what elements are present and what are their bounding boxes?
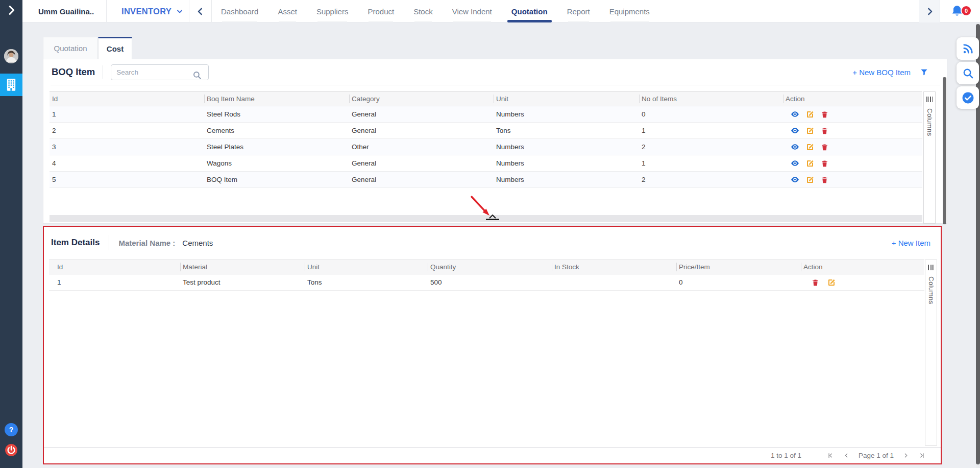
view-icon[interactable] — [791, 175, 799, 184]
tab-quotation[interactable]: Quotation — [43, 37, 98, 59]
cell-count: 1 — [639, 155, 783, 171]
cell-count: 2 — [639, 139, 783, 155]
module-selector[interactable]: INVENTORY — [121, 0, 183, 22]
cell-id: 1 — [50, 106, 204, 122]
new-item-button[interactable]: + New Item — [892, 239, 930, 247]
nav-item-quotation[interactable]: Quotation — [511, 0, 548, 22]
delete-icon[interactable] — [812, 278, 819, 287]
chevron-up-icon — [488, 214, 497, 219]
last-page-icon[interactable] — [918, 452, 925, 459]
col-action[interactable]: Action — [801, 260, 924, 274]
edit-icon[interactable] — [827, 278, 836, 287]
avatar[interactable] — [4, 49, 18, 63]
nav-item-report[interactable]: Report — [567, 0, 590, 22]
col-name[interactable]: Boq Item Name — [204, 92, 349, 106]
delete-icon[interactable] — [821, 159, 828, 168]
col-in-stock[interactable]: In Stock — [552, 260, 676, 274]
col-count[interactable]: No of Items — [639, 92, 783, 106]
col-material[interactable]: Material — [180, 260, 305, 274]
main-nav: Dashboard Asset Suppliers Product Stock … — [221, 0, 650, 22]
columns-panel-tab[interactable]: Columns — [923, 91, 936, 224]
columns-panel-tab[interactable]: Columns — [925, 260, 937, 446]
cell-material: Test product — [180, 274, 305, 290]
delete-icon[interactable] — [821, 127, 828, 135]
table-row[interactable]: 3 Steel Plates Other Numbers 2 — [50, 139, 922, 155]
tab-cost[interactable]: Cost — [98, 37, 132, 59]
page-indicator: Page 1 of 1 — [859, 452, 894, 459]
edit-icon[interactable] — [806, 143, 814, 151]
nav-back-button[interactable] — [189, 0, 212, 22]
cell-actions — [783, 139, 922, 155]
chevron-down-icon — [177, 8, 183, 14]
module-label: INVENTORY — [121, 7, 172, 16]
view-icon[interactable] — [791, 159, 799, 168]
delete-icon[interactable] — [821, 110, 828, 119]
item-details-table: Id Material Unit Quantity In Stock Price… — [49, 260, 924, 291]
edit-icon[interactable] — [806, 127, 814, 135]
table-row[interactable]: 1 Test product Tons 500 0 — [49, 274, 924, 291]
col-category[interactable]: Category — [349, 92, 494, 106]
cell-name: Cements — [204, 123, 349, 138]
nav-item-asset[interactable]: Asset — [278, 0, 297, 22]
delete-icon[interactable] — [821, 143, 828, 151]
sidebar-item-inventory[interactable] — [0, 74, 22, 96]
edit-icon[interactable] — [806, 159, 814, 168]
cost-quotation-tabs: Quotation Cost — [43, 37, 132, 59]
col-id[interactable]: Id — [50, 92, 204, 106]
col-action[interactable]: Action — [783, 92, 922, 106]
table-row[interactable]: 4 Wagons General Numbers 1 — [50, 155, 922, 172]
new-boq-item-button[interactable]: + New BOQ Item — [852, 68, 911, 77]
table-row[interactable]: 2 Cements General Tons 1 — [50, 123, 922, 139]
view-icon[interactable] — [791, 110, 799, 119]
delete-icon[interactable] — [821, 176, 828, 184]
edit-icon[interactable] — [806, 110, 814, 119]
cell-name: Steel Rods — [204, 106, 349, 122]
nav-item-product[interactable]: Product — [368, 0, 394, 22]
nav-item-dashboard[interactable]: Dashboard — [221, 0, 258, 22]
boq-table-header: Id Boq Item Name Category Unit No of Ite… — [50, 91, 922, 106]
cell-unit: Tons — [494, 123, 639, 138]
cell-actions — [783, 106, 922, 122]
next-page-icon[interactable] — [902, 452, 910, 459]
table-row[interactable]: 5 BOQ Item General Numbers 2 — [50, 172, 922, 188]
prev-page-icon[interactable] — [843, 452, 850, 459]
boq-title: BOQ Item — [52, 66, 95, 78]
feed-button[interactable] — [957, 37, 979, 60]
col-unit[interactable]: Unit — [494, 92, 639, 106]
nav-item-equipments[interactable]: Equipments — [609, 0, 650, 22]
help-button[interactable]: ? — [5, 423, 18, 436]
col-id[interactable]: Id — [49, 260, 180, 274]
filter-icon[interactable] — [920, 68, 928, 76]
cell-category: Other — [349, 139, 494, 155]
view-icon[interactable] — [791, 126, 799, 135]
search-button[interactable] — [957, 62, 979, 84]
nav-forward-button[interactable] — [919, 0, 940, 22]
row-range-summary: 1 to 1 of 1 — [771, 452, 801, 459]
nav-item-stock[interactable]: Stock — [413, 0, 433, 22]
org-name: Umm Guailina.. — [38, 0, 94, 22]
app-screen: ? Umm Guailina.. INVENTORY Dashboard Ass… — [0, 0, 980, 468]
first-page-icon[interactable] — [827, 452, 835, 459]
material-name-label: Material Name : — [118, 239, 175, 247]
edit-icon[interactable] — [806, 176, 814, 184]
cell-unit: Numbers — [494, 155, 639, 171]
collapse-handle[interactable] — [485, 214, 500, 220]
col-price[interactable]: Price/Item — [676, 260, 801, 274]
building-icon — [5, 78, 17, 92]
sidebar-expand-icon[interactable] — [6, 4, 17, 16]
logout-button[interactable] — [5, 443, 18, 457]
cell-actions — [783, 155, 922, 171]
cell-count: 1 — [639, 123, 783, 138]
tasks-button[interactable] — [957, 86, 979, 109]
view-icon[interactable] — [791, 143, 799, 151]
nav-item-view-indent[interactable]: View Indent — [452, 0, 492, 22]
check-circle-icon — [962, 91, 974, 104]
col-quantity[interactable]: Quantity — [428, 260, 552, 274]
boq-controls: + New BOQ Item — [852, 59, 928, 85]
table-row[interactable]: 1 Steel Rods General Numbers 0 — [50, 106, 922, 123]
cell-quantity: 500 — [428, 274, 552, 290]
col-unit[interactable]: Unit — [305, 260, 428, 274]
panel-scrollbar-thumb[interactable] — [943, 77, 946, 224]
nav-item-suppliers[interactable]: Suppliers — [316, 0, 349, 22]
item-details-panel: Item Details Material Name : Cements + N… — [43, 226, 942, 464]
